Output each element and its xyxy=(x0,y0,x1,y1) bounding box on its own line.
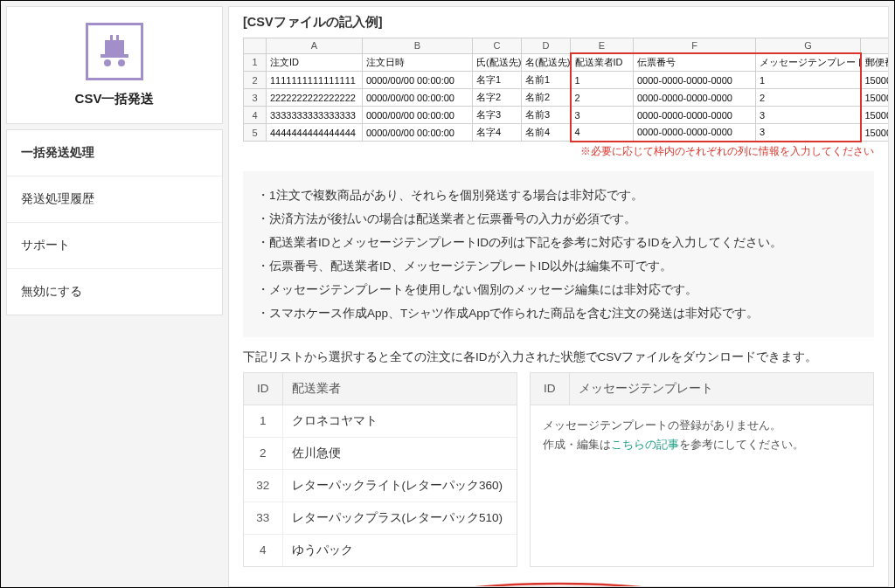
sheet-header-row: 1 注文ID 注文日時 氏(配送先) 名(配送先) 配送業者ID 伝票番号 メッ… xyxy=(244,53,890,72)
nav-item-disable[interactable]: 無効にする xyxy=(7,269,222,315)
info-bullet: ・メッセージテンプレートを使用しない個別のメッセージ編集には非対応です。 xyxy=(257,278,860,301)
carriers-col-name: 配送業者 xyxy=(282,373,517,405)
carriers-col-id: ID xyxy=(244,373,282,405)
sidebar: CSV一括発送 一括発送処理 発送処理履歴 サポート 無効にする xyxy=(6,6,223,587)
templates-panel: ID メッセージテンプレート メッセージテンプレートの登録がありません。 作成・… xyxy=(530,372,874,567)
id-tables-row: ID 配送業者 1 クロネコヤマト 2 佐川急便 xyxy=(243,372,874,567)
sheet-row: 5 4444444444444444 0000/00/00 00:00:00 名… xyxy=(244,124,890,142)
info-bullet: ・決済方法が後払いの場合は配送業者と伝票番号の入力が必須です。 xyxy=(257,207,860,231)
nav-item-bulk-ship[interactable]: 一括発送処理 xyxy=(7,130,222,176)
carrier-row[interactable]: 32 レターパックライト(レターパック360) xyxy=(244,469,517,502)
info-box: ・1注文で複数商品があり、それらを個別発送する場合は非対応です。 ・決済方法が後… xyxy=(243,171,874,337)
svg-rect-2 xyxy=(116,35,119,41)
carrier-row[interactable]: 4 ゆうパック xyxy=(244,534,517,566)
nav-item-history[interactable]: 発送処理履歴 xyxy=(7,176,222,223)
templates-col-name: メッセージテンプレート xyxy=(569,373,873,405)
carrier-row[interactable]: 1 クロネコヤマト xyxy=(244,405,517,437)
cart-icon xyxy=(97,35,132,68)
templates-empty-message: メッセージテンプレートの登録がありません。 作成・編集はこちらの記事を参考にして… xyxy=(531,405,873,465)
app-logo xyxy=(86,23,143,80)
app-title: CSV一括発送 xyxy=(16,91,213,107)
info-bullet: ・1注文で複数商品があり、それらを個別発送する場合は非対応です。 xyxy=(257,183,860,207)
sheet-row: 3 2222222222222222 0000/00/00 00:00:00 名… xyxy=(244,89,890,107)
info-bullet: ・伝票番号、配送業者ID、メッセージテンプレートID以外は編集不可です。 xyxy=(257,254,860,278)
csv-example-sheet: A B C D E F G 1 注文ID 注文日時 氏 xyxy=(243,38,874,159)
carriers-panel: ID 配送業者 1 クロネコヤマト 2 佐川急便 xyxy=(243,372,517,567)
info-bullet: ・配送業者IDとメッセージテンプレートIDの列は下記を参考に対応するIDを入力し… xyxy=(257,231,860,254)
carrier-row[interactable]: 2 佐川急便 xyxy=(244,437,517,469)
sidebar-nav: 一括発送処理 発送処理履歴 サポート 無効にする xyxy=(6,129,223,315)
svg-rect-3 xyxy=(101,54,128,58)
main-panel: [CSVファイルの記入例] A xyxy=(228,6,889,587)
templates-help-link[interactable]: こちらの記事 xyxy=(611,438,679,451)
nav-item-support[interactable]: サポート xyxy=(7,223,222,269)
red-note: ※必要に応じて枠内のそれぞれの列に情報を入力してください xyxy=(243,144,874,159)
svg-point-5 xyxy=(118,59,125,66)
download-button[interactable]: ダウンロード xyxy=(419,586,698,588)
info-bullet: ・スマホケース作成App、Tシャツ作成Appで作られた商品を含む注文の発送は非対… xyxy=(257,301,860,325)
app-frame: CSV一括発送 一括発送処理 発送処理履歴 サポート 無効にする [CSVファイ… xyxy=(0,0,895,588)
sheet-row: 2 1111111111111111 0000/00/00 00:00:00 名… xyxy=(244,72,890,89)
sheet-col-letters: A B C D E F G xyxy=(244,38,890,54)
templates-col-id: ID xyxy=(531,373,569,405)
svg-rect-1 xyxy=(110,35,113,41)
carrier-row[interactable]: 33 レターパックプラス(レターパック510) xyxy=(244,502,517,534)
below-note: 下記リストから選択すると全ての注文に各IDが入力された状態でCSVファイルをダウ… xyxy=(243,349,874,365)
sheet-row: 4 3333333333333333 0000/00/00 00:00:00 名… xyxy=(244,107,890,124)
svg-point-4 xyxy=(104,59,111,66)
download-row: ダウンロード xyxy=(243,586,874,588)
csv-example-title: [CSVファイルの記入例] xyxy=(243,14,874,31)
svg-rect-0 xyxy=(105,40,124,54)
sidebar-header: CSV一括発送 xyxy=(6,6,223,124)
